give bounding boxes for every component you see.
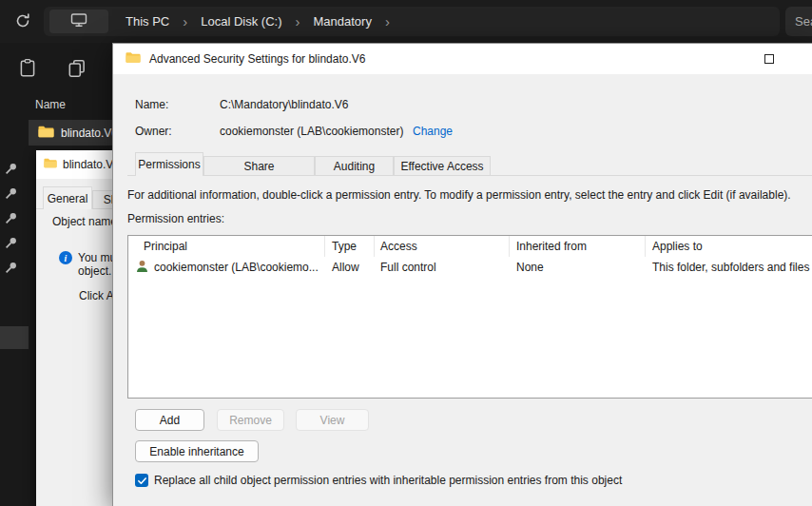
folder-icon bbox=[126, 51, 141, 67]
pin-icon bbox=[5, 261, 18, 274]
info-text-line2: object. bbox=[78, 264, 111, 278]
owner-value: cookiemonster (LAB\cookiemonster) bbox=[220, 125, 403, 138]
replace-permissions-checkbox[interactable] bbox=[135, 474, 148, 487]
this-pc-monitor-icon bbox=[70, 12, 87, 30]
refresh-icon[interactable] bbox=[14, 12, 31, 29]
name-label: Name: bbox=[135, 98, 168, 111]
search-box[interactable]: Sea bbox=[785, 7, 812, 36]
change-owner-link[interactable]: Change bbox=[413, 125, 453, 138]
view-button[interactable]: View bbox=[296, 409, 369, 431]
table-row[interactable]: cookiemonster (LAB\cookiemo... Allow Ful… bbox=[128, 257, 812, 278]
nav-selected-item[interactable] bbox=[0, 326, 29, 349]
advanced-security-dialog: Advanced Security Settings for blindato.… bbox=[112, 43, 812, 506]
object-name-label: Object name: bbox=[52, 215, 112, 228]
folder-icon bbox=[44, 158, 57, 171]
breadcrumb-this-pc[interactable]: This PC bbox=[126, 14, 169, 29]
instructions-text: For additional information, double-click… bbox=[127, 188, 791, 202]
enable-inheritance-button[interactable]: Enable inheritance bbox=[135, 440, 259, 462]
info-text-line1: You mus bbox=[78, 251, 112, 264]
column-type[interactable]: Type bbox=[325, 236, 375, 257]
folder-icon bbox=[38, 126, 54, 141]
maximize-button[interactable] bbox=[746, 44, 792, 74]
column-principal[interactable]: Principal bbox=[128, 236, 325, 257]
dialog-titlebar: Advanced Security Settings for blindato.… bbox=[113, 44, 812, 74]
properties-titlebar: blindato.V bbox=[36, 150, 112, 179]
name-value: C:\Mandatory\blindato.V6 bbox=[220, 98, 348, 111]
properties-window: blindato.V General Sha Object name: i Yo… bbox=[36, 150, 112, 506]
explorer-top-bar: This PC › Local Disk (C:) › Mandatory › … bbox=[0, 0, 812, 43]
breadcrumb-local-disk-c[interactable]: Local Disk (C:) bbox=[201, 14, 281, 29]
cell-access: Full control bbox=[375, 257, 510, 278]
remove-button[interactable]: Remove bbox=[217, 409, 284, 431]
maximize-icon bbox=[764, 54, 774, 64]
cell-principal: cookiemonster (LAB\cookiemo... bbox=[154, 261, 319, 274]
chevron-right-icon: › bbox=[385, 14, 390, 29]
tab-permissions[interactable]: Permissions bbox=[135, 152, 203, 176]
breadcrumb-mandatory[interactable]: Mandatory bbox=[313, 14, 371, 29]
file-name: blindato.V6 bbox=[61, 126, 112, 140]
copy-icon[interactable] bbox=[67, 58, 87, 79]
add-button[interactable]: Add bbox=[135, 409, 204, 431]
cell-inherited-from: None bbox=[510, 257, 646, 278]
cell-type: Allow bbox=[325, 257, 375, 278]
location-chip[interactable] bbox=[49, 10, 108, 33]
cell-applies-to: This folder, subfolders and files bbox=[646, 257, 812, 278]
column-inherited-from[interactable]: Inherited from bbox=[510, 236, 646, 257]
file-row-blindato[interactable]: blindato.V6 bbox=[29, 120, 112, 146]
permission-entries-label: Permission entries: bbox=[127, 212, 224, 225]
pin-icon bbox=[5, 236, 18, 249]
pin-icon bbox=[5, 162, 18, 175]
chevron-right-icon: › bbox=[183, 14, 187, 29]
checkmark-icon bbox=[137, 476, 147, 486]
properties-title: blindato.V bbox=[63, 158, 112, 171]
info-icon: i bbox=[59, 251, 72, 264]
dialog-title: Advanced Security Settings for blindato.… bbox=[149, 52, 365, 66]
column-access[interactable]: Access bbox=[375, 236, 510, 257]
tab-auditing[interactable]: Auditing bbox=[315, 156, 394, 175]
replace-permissions-label[interactable]: Replace all child object permission entr… bbox=[154, 474, 622, 487]
tab-general[interactable]: General bbox=[43, 186, 92, 209]
owner-label: Owner: bbox=[135, 125, 172, 138]
column-header-name[interactable]: Name bbox=[35, 98, 66, 111]
tab-sharing[interactable]: Sha bbox=[92, 190, 112, 208]
tab-share[interactable]: Share bbox=[203, 156, 315, 175]
pin-icon bbox=[5, 211, 18, 224]
table-header-row: Principal Type Access Inherited from App… bbox=[128, 236, 812, 257]
user-avatar-icon bbox=[135, 259, 149, 276]
column-applies-to[interactable]: Applies to bbox=[646, 236, 812, 257]
tab-effective-access[interactable]: Effective Access bbox=[394, 156, 491, 175]
chevron-right-icon: › bbox=[295, 14, 300, 29]
clipboard-icon[interactable] bbox=[17, 58, 38, 79]
tab-strip-line bbox=[127, 175, 812, 176]
permission-entries-table: Principal Type Access Inherited from App… bbox=[127, 235, 812, 399]
click-text: Click Ad bbox=[79, 289, 112, 302]
search-text: Sea bbox=[795, 14, 812, 29]
breadcrumb: This PC › Local Disk (C:) › Mandatory › bbox=[126, 7, 390, 36]
pin-icon bbox=[5, 186, 18, 200]
